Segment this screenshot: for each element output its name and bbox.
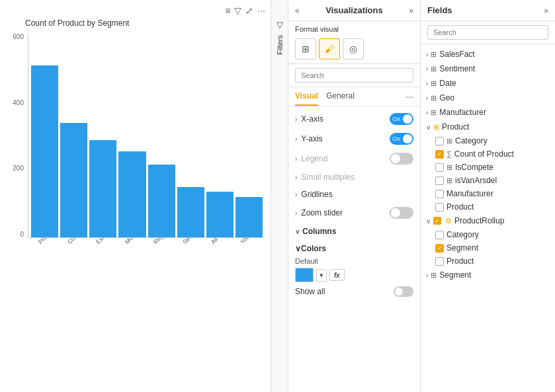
tab-visual[interactable]: Visual xyxy=(295,87,318,106)
field-item-manufacturer[interactable]: Manufacturer xyxy=(421,187,555,200)
salesfact-chevron: › xyxy=(426,51,428,58)
field-item-segment[interactable]: Segment xyxy=(421,241,555,255)
field-item-category[interactable]: ⊞ Category xyxy=(421,134,555,147)
xaxis-toggle[interactable]: On xyxy=(390,113,413,125)
colors-header[interactable]: ∨ Colors xyxy=(295,244,413,253)
menu-icon[interactable]: ≡ xyxy=(225,5,230,16)
pr-product-checkbox[interactable] xyxy=(435,257,444,266)
fields-collapse-icon[interactable]: » xyxy=(544,6,548,15)
manufacturer-item-label: Manufacturer xyxy=(447,189,493,198)
more-icon[interactable]: ··· xyxy=(257,5,265,16)
small-multiples-option[interactable]: › Small multiples xyxy=(288,169,420,186)
fx-button[interactable]: fx xyxy=(329,269,345,281)
show-all-label: Show all xyxy=(295,287,325,296)
count-product-label: Count of Product xyxy=(454,149,514,159)
y-axis: 600 400 200 0 xyxy=(9,33,28,238)
table-icon: ⊞ xyxy=(431,94,437,102)
field-item-isvanarsdel[interactable]: ⊞ isVanArsdel xyxy=(421,174,555,187)
field-group-date[interactable]: › ⊞ Date xyxy=(421,76,555,91)
product-chevron: ∨ xyxy=(426,124,431,131)
show-all-toggle-knob xyxy=(395,288,403,295)
isvanarsdel-label: isVanArsdel xyxy=(455,176,497,185)
bar-wrapper xyxy=(148,165,175,237)
bar-convenience[interactable] xyxy=(60,123,87,237)
field-item-iscompete[interactable]: ⊞ IsCompete xyxy=(421,161,555,174)
field-group-segment[interactable]: › ⊞ Segment xyxy=(421,268,555,282)
zoomslider-chevron: › xyxy=(295,210,297,217)
field-item-pr-category[interactable]: Category xyxy=(421,228,555,241)
field-icon: ⊞ xyxy=(447,163,452,172)
yaxis-option[interactable]: › Y-axis On xyxy=(288,129,420,149)
paint-viz-icon[interactable]: 🖌 xyxy=(319,38,340,59)
manufacturer-item-checkbox[interactable] xyxy=(435,190,444,198)
bar-productivity[interactable] xyxy=(31,65,58,237)
filter-icon[interactable]: ▽ xyxy=(234,5,241,16)
expand-icon[interactable]: ⤢ xyxy=(245,5,253,16)
expand-right-icon[interactable]: » xyxy=(409,6,413,15)
segment-checkbox[interactable] xyxy=(435,244,444,253)
bar-moderation[interactable] xyxy=(118,151,146,237)
count-product-checkbox[interactable] xyxy=(435,150,444,159)
filters-label[interactable]: Filters xyxy=(276,35,284,55)
field-group-productrollup[interactable]: ∨ ⚙ ProductRollup Category Segment Produ… xyxy=(421,214,555,268)
legend-toggle[interactable] xyxy=(390,153,413,165)
tab-general[interactable]: General xyxy=(326,87,355,106)
bar-regular[interactable] xyxy=(148,165,175,237)
legend-option[interactable]: › Legend xyxy=(288,149,420,169)
geo-label: Geo xyxy=(439,93,454,102)
field-item-product[interactable]: Product xyxy=(421,200,555,214)
x-axis-labels: Productivity Convenience Extreme Moderat… xyxy=(32,238,265,278)
field-item-pr-product[interactable]: Product xyxy=(421,255,555,268)
filter-icon[interactable]: ▽ xyxy=(277,20,283,30)
yaxis-toggle[interactable]: On xyxy=(390,133,413,145)
zoomslider-option[interactable]: › Zoom slider xyxy=(288,203,420,223)
productrollup-checkbox[interactable] xyxy=(433,217,441,225)
zoomslider-toggle[interactable] xyxy=(390,207,413,219)
viz-tabs: Visual General ··· xyxy=(288,87,420,106)
field-group-geo[interactable]: › ⊞ Geo xyxy=(421,91,555,105)
field-item-count-of-product[interactable]: ∑ Count of Product xyxy=(421,147,555,161)
bar-extreme[interactable] xyxy=(89,140,116,237)
field-group-salesfact[interactable]: › ⊞ SalesFact xyxy=(421,47,555,61)
category-label: Category xyxy=(455,136,488,145)
product-item-label: Product xyxy=(447,202,474,212)
product-item-checkbox[interactable] xyxy=(435,203,444,212)
gridlines-option[interactable]: › Gridlines xyxy=(288,186,420,203)
segment-group-chevron: › xyxy=(426,272,428,279)
chart-toolbar: ≡ ▽ ⤢ ··· xyxy=(5,5,265,16)
analytics-viz-icon[interactable]: ◎ xyxy=(343,38,364,59)
xaxis-toggle-knob xyxy=(403,114,412,124)
color-swatch[interactable] xyxy=(295,268,314,282)
tab-more-icon[interactable]: ··· xyxy=(406,91,413,102)
show-all-toggle[interactable] xyxy=(394,286,413,297)
bar-allseason[interactable] xyxy=(206,192,234,237)
visualizations-panel: « Visualizations » Format visual ⊞ 🖌 ◎ V… xyxy=(288,0,421,392)
bar-wrapper xyxy=(89,140,116,237)
fields-search-container xyxy=(421,21,555,44)
productrollup-chevron: ∨ xyxy=(426,217,431,225)
bar-chart xyxy=(28,33,265,238)
category-checkbox[interactable] xyxy=(435,137,444,145)
chart-title: Count of Product by Segment xyxy=(25,19,265,28)
bar-youth[interactable] xyxy=(235,197,263,237)
field-group-manufacturer[interactable]: › ⊞ Manufacturer xyxy=(421,105,555,120)
field-group-sentiment[interactable]: › ⊞ Sentiment xyxy=(421,61,555,76)
visualizations-title: Visualizations xyxy=(325,5,382,15)
xaxis-option[interactable]: › X-axis On xyxy=(288,109,420,129)
colors-section: ∨ Colors Default ▾ fx Show all xyxy=(288,240,420,301)
field-group-product[interactable]: ∨ ⊞ Product ⊞ Category ∑ Count of Produc… xyxy=(421,120,555,214)
collapse-left-icon[interactable]: « xyxy=(295,6,300,15)
viz-search-input[interactable] xyxy=(295,68,413,83)
table-icon: ⊞ xyxy=(431,65,437,73)
zoomslider-toggle-knob xyxy=(391,208,400,217)
fields-header: Fields » xyxy=(421,0,555,21)
table-viz-icon[interactable]: ⊞ xyxy=(295,38,316,59)
fields-search-input[interactable] xyxy=(427,25,548,40)
bar-wrapper xyxy=(235,197,263,237)
color-dropdown[interactable]: ▾ xyxy=(316,269,327,282)
isvanarsdel-checkbox[interactable] xyxy=(435,176,444,185)
columns-section-header[interactable]: ∨ Columns xyxy=(288,223,420,240)
pr-category-checkbox[interactable] xyxy=(435,231,444,239)
bar-select[interactable] xyxy=(177,187,204,237)
iscompete-checkbox[interactable] xyxy=(435,163,444,172)
